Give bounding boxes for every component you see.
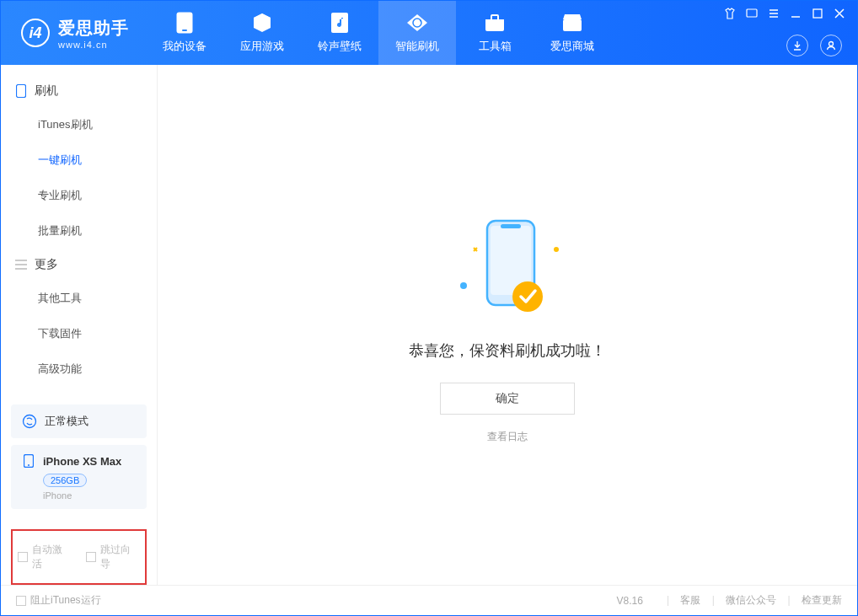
sidebar-section-flash: 刷机 (1, 75, 157, 107)
sidebar-item-other-tools[interactable]: 其他工具 (1, 281, 157, 316)
svg-rect-9 (813, 9, 822, 18)
svg-point-14 (28, 464, 29, 466)
minimize-button[interactable] (790, 8, 802, 19)
svg-rect-8 (747, 9, 757, 17)
menu-icon[interactable] (768, 8, 780, 19)
downloads-button[interactable] (786, 35, 808, 56)
svg-point-15 (460, 282, 467, 289)
sidebar-item-oneclick-flash[interactable]: 一键刷机 (1, 142, 157, 178)
svg-point-20 (512, 281, 543, 312)
svg-rect-1 (182, 29, 187, 31)
close-button[interactable] (834, 8, 845, 19)
checkbox-icon (16, 596, 26, 606)
link-wechat[interactable]: 微信公众号 (726, 594, 776, 606)
app-url: www.i4.cn (58, 40, 129, 50)
nav-store[interactable]: 爱思商城 (534, 1, 611, 65)
refresh-icon (406, 12, 428, 34)
main-panel: 恭喜您，保资料刷机成功啦！ 确定 查看日志 (158, 65, 857, 585)
device-icon (174, 12, 196, 34)
sidebar-item-download-firmware[interactable]: 下载固件 (1, 316, 157, 351)
music-note-icon (329, 12, 351, 34)
phone-icon (21, 453, 36, 469)
checkbox-skip-guide[interactable]: 跳过向导 (86, 543, 141, 571)
toolbox-icon (484, 12, 506, 34)
svg-rect-7 (563, 19, 582, 31)
svg-rect-11 (17, 85, 26, 98)
shirt-icon[interactable] (724, 8, 736, 19)
navbar: 我的设备 应用游戏 铃声壁纸 智能刷机 工具箱 爱思商城 (146, 1, 611, 65)
checkbox-icon (18, 552, 28, 562)
success-message: 恭喜您，保资料刷机成功啦！ (409, 340, 606, 361)
view-log-link[interactable]: 查看日志 (487, 430, 528, 444)
nav-toolbox[interactable]: 工具箱 (456, 1, 534, 65)
svg-point-16 (554, 247, 559, 252)
svg-rect-19 (501, 224, 521, 228)
checkbox-icon (86, 552, 96, 562)
device-name: iPhone XS Max (43, 455, 121, 468)
store-icon (561, 12, 583, 34)
device-card[interactable]: iPhone XS Max 256GB iPhone (11, 445, 147, 509)
nav-smart-flash[interactable]: 智能刷机 (378, 1, 456, 65)
sidebar-item-itunes-flash[interactable]: iTunes刷机 (1, 107, 157, 142)
app-title: 爱思助手 (58, 17, 129, 40)
logo-icon: i4 (21, 19, 50, 47)
nav-ringtone-wallpaper[interactable]: 铃声壁纸 (301, 1, 378, 65)
cube-icon (251, 12, 273, 34)
svg-point-10 (829, 42, 834, 46)
device-mode-card[interactable]: 正常模式 (11, 404, 147, 438)
app-window: i4 爱思助手 www.i4.cn 我的设备 应用游戏 铃声壁纸 智能刷机 (0, 0, 858, 616)
logo: i4 爱思助手 www.i4.cn (1, 17, 146, 50)
link-check-update[interactable]: 检查更新 (802, 594, 842, 606)
account-button[interactable] (820, 35, 842, 56)
window-controls (724, 8, 845, 19)
sidebar-item-batch-flash[interactable]: 批量刷机 (1, 213, 157, 249)
svg-point-12 (24, 415, 36, 428)
ok-button[interactable]: 确定 (440, 383, 575, 415)
checkbox-block-itunes[interactable]: 阻止iTunes运行 (16, 593, 101, 608)
device-mode-label: 正常模式 (45, 414, 88, 429)
content-area: 刷机 iTunes刷机 一键刷机 专业刷机 批量刷机 更多 其他工具 下载固件 … (1, 65, 857, 585)
device-type: iPhone (43, 490, 137, 501)
statusbar: 阻止iTunes运行 V8.16 | 客服 | 微信公众号 | 检查更新 (1, 585, 857, 615)
link-support[interactable]: 客服 (680, 594, 700, 606)
phone-outline-icon (14, 84, 28, 98)
checkbox-auto-activate[interactable]: 自动激活 (18, 543, 72, 571)
highlight-box: 自动激活 跳过向导 (11, 529, 147, 585)
sync-icon (21, 413, 38, 430)
titlebar: i4 爱思助手 www.i4.cn 我的设备 应用游戏 铃声壁纸 智能刷机 (1, 1, 857, 65)
nav-apps-games[interactable]: 应用游戏 (223, 1, 301, 65)
sidebar-section-more: 更多 (1, 249, 157, 281)
sidebar: 刷机 iTunes刷机 一键刷机 专业刷机 批量刷机 更多 其他工具 下载固件 … (1, 65, 158, 585)
feedback-icon[interactable] (746, 8, 758, 19)
sidebar-item-advanced[interactable]: 高级功能 (1, 351, 157, 387)
version-label: V8.16 (617, 595, 643, 607)
success-illustration (448, 206, 566, 324)
device-storage: 256GB (43, 474, 87, 487)
menu-lines-icon (14, 258, 28, 271)
nav-my-device[interactable]: 我的设备 (146, 1, 223, 65)
maximize-button[interactable] (812, 8, 823, 19)
svg-rect-6 (485, 19, 504, 23)
sidebar-item-pro-flash[interactable]: 专业刷机 (1, 178, 157, 213)
